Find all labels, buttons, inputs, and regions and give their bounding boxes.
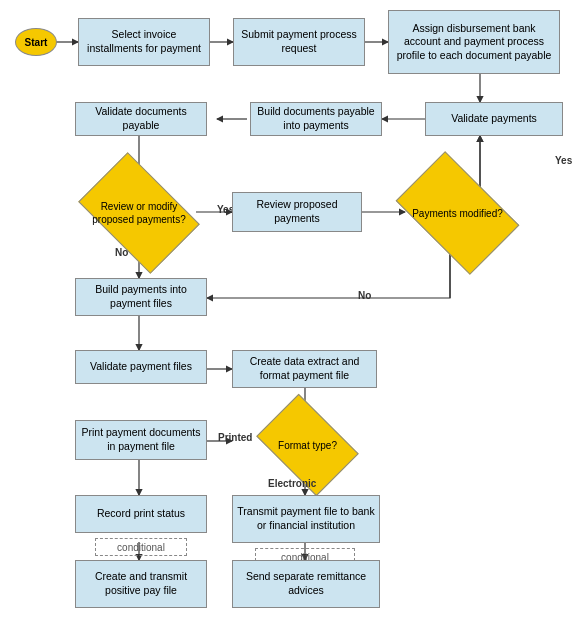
label-yes-top: Yes <box>555 155 572 166</box>
label-electronic: Electronic <box>268 478 316 489</box>
box-print-docs: Print payment documents in payment file <box>75 420 207 460</box>
box-positive-pay: Create and transmit positive pay file <box>75 560 207 608</box>
box-validate-docs: Validate documents payable <box>75 102 207 136</box>
box-build-payments: Build payments into payment files <box>75 278 207 316</box>
box-build-docs: Build documents payable into payments <box>250 102 382 136</box>
box-create-extract: Create data extract and format payment f… <box>232 350 377 388</box>
label-no-2: No <box>358 290 371 301</box>
label-no-1: No <box>115 247 128 258</box>
diamond-review: Review or modify proposed payments? <box>88 178 190 248</box>
diamond-payments-modified: Payments modified? <box>405 178 510 248</box>
box-remittance: Send separate remittance advices <box>232 560 380 608</box>
start-oval: Start <box>15 28 57 56</box>
diamond-text-3: Format type? <box>276 437 339 454</box>
start-label: Start <box>25 37 48 48</box>
box-transmit-file: Transmit payment file to bank or financi… <box>232 495 380 543</box>
box-assign-disbursement: Assign disbursement bank account and pay… <box>388 10 560 74</box>
diamond-text-1: Review or modify proposed payments? <box>88 198 190 228</box>
box-select-invoices: Select invoice installments for payment <box>78 18 210 66</box>
cond-box-1: conditional <box>95 538 187 556</box>
diamond-text-2: Payments modified? <box>410 205 505 222</box>
diamond-format-type: Format type? <box>265 415 350 475</box>
box-review-proposed: Review proposed payments <box>232 192 362 232</box>
box-record-print: Record print status <box>75 495 207 533</box>
box-submit-payment: Submit payment process request <box>233 18 365 66</box>
flowchart: Start Select invoice installments for pa… <box>0 0 576 624</box>
label-printed: Printed <box>218 432 252 443</box>
box-validate-payments: Validate payments <box>425 102 563 136</box>
box-validate-files: Validate payment files <box>75 350 207 384</box>
